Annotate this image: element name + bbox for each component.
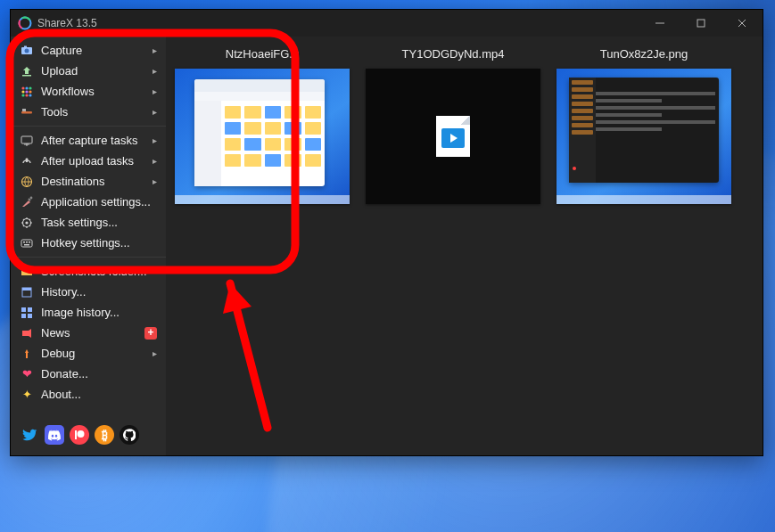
sidebar-item-after-capture[interactable]: After capture tasks ▸ [11,130,166,151]
svg-rect-17 [21,111,32,114]
discord-icon[interactable] [45,425,64,445]
minimize-button[interactable] [639,10,680,37]
donate-icon: ❤ [20,367,34,381]
svg-point-8 [21,86,24,89]
svg-rect-27 [29,241,30,243]
sidebar-item-label: Workflows [41,85,153,98]
app-icon [18,16,32,30]
about-icon: ✦ [20,388,34,402]
sidebar-item-label: History... [41,285,157,299]
image-history-icon [20,306,34,320]
sidebar-item-after-upload[interactable]: After upload tasks ▸ [11,151,166,171]
sidebar-item-destinations[interactable]: Destinations ▸ [11,171,166,192]
sidebar-item-workflows[interactable]: Workflows ▸ [11,81,166,102]
workflows-icon [20,85,34,99]
close-button[interactable] [721,10,763,37]
folder-icon [20,265,34,279]
svg-rect-31 [21,307,26,312]
sidebar-item-news[interactable]: News + [11,323,166,343]
sidebar-item-tools[interactable]: Tools ▸ [11,102,166,122]
chevron-right-icon: ▸ [153,156,157,166]
sidebar-item-hotkey-settings[interactable]: Hotkey settings... [11,233,166,253]
sidebar-item-task-settings[interactable]: Task settings... [11,212,166,233]
social-row: ₿ [11,418,166,452]
thumbnail-image[interactable] [366,69,540,204]
sidebar-item-label: Upload [41,64,153,78]
svg-rect-6 [24,45,27,47]
sidebar-item-about[interactable]: ✦ About... [11,384,166,405]
task-settings-icon [20,216,34,230]
sidebar-item-image-history[interactable]: Image history... [11,302,166,323]
after-upload-icon [20,154,34,168]
svg-rect-30 [22,288,31,291]
sidebar-item-upload[interactable]: Upload ▸ [11,61,166,81]
window-title: ShareX 13.5 [37,17,97,29]
sharex-window: ShareX 13.5 Capture ▸ Upload ▸ Workflows… [10,9,763,456]
sidebar-item-donate[interactable]: ❤ Donate... [11,364,166,384]
history-icon [20,285,34,299]
sidebar-item-label: About... [41,388,157,401]
thumbnail-item[interactable]: TunOx8z2Je.png [557,47,731,204]
camera-icon [20,44,34,58]
sidebar-item-label: Donate... [41,367,157,381]
news-icon [20,326,34,340]
sidebar-item-label: Screenshots folder... [41,265,157,278]
svg-rect-7 [22,75,31,77]
after-capture-icon [20,134,34,148]
chevron-right-icon: ▸ [153,66,157,76]
svg-point-21 [30,196,33,199]
chevron-right-icon: ▸ [153,348,157,358]
thumbnail-title: TY1ODGDyNd.mp4 [366,47,540,63]
chevron-right-icon: ▸ [153,107,157,117]
titlebar[interactable]: ShareX 13.5 [11,10,763,37]
twitter-icon[interactable] [20,425,39,445]
sidebar-item-screenshots-folder[interactable]: Screenshots folder... [11,261,166,282]
svg-point-12 [25,90,28,93]
chevron-right-icon: ▸ [153,86,157,96]
sidebar-item-label: Capture [41,44,153,57]
svg-rect-18 [22,109,26,111]
sidebar-item-label: Destinations [41,175,153,188]
sidebar-item-capture[interactable]: Capture ▸ [11,40,166,61]
thumbnail-image[interactable] [557,69,731,204]
svg-rect-33 [21,314,26,318]
svg-rect-36 [75,430,77,439]
sidebar-item-debug[interactable]: Debug ▸ [11,343,166,364]
thumbnail-image[interactable] [175,69,350,204]
svg-point-11 [21,90,24,93]
svg-rect-24 [21,240,32,247]
svg-point-15 [25,94,28,96]
svg-point-23 [25,221,28,224]
svg-rect-32 [28,307,32,312]
bitcoin-icon[interactable]: ₿ [95,425,114,445]
thumbnail-area: NtzHoaeiFG.g TY1ODGDyNd.mp4 TunOx8z2Je.p… [166,37,763,455]
hotkey-icon [20,236,34,250]
tools-icon [20,105,34,119]
sidebar-item-history[interactable]: History... [11,282,166,302]
patreon-icon[interactable] [70,425,89,445]
svg-rect-34 [28,314,32,318]
svg-point-14 [21,94,24,96]
thumbnail-title: TunOx8z2Je.png [557,47,731,63]
svg-point-13 [29,90,31,93]
maximize-button[interactable] [680,10,721,37]
settings-icon [20,195,34,209]
svg-point-5 [25,48,29,53]
chevron-right-icon: ▸ [153,45,157,55]
debug-icon [20,347,34,361]
svg-point-10 [29,86,31,89]
sidebar-item-app-settings[interactable]: Application settings... [11,192,166,212]
svg-rect-35 [26,353,28,358]
svg-rect-28 [24,244,29,246]
svg-point-37 [78,430,85,438]
svg-rect-19 [21,136,32,143]
chevron-right-icon: ▸ [153,135,157,145]
sidebar-item-label: Debug [41,347,153,360]
thumbnail-item[interactable]: NtzHoaeiFG.g [175,47,350,204]
svg-point-9 [25,86,28,89]
svg-rect-25 [23,241,25,243]
thumbnail-item[interactable]: TY1ODGDyNd.mp4 [366,47,540,204]
sidebar-item-label: After upload tasks [41,154,153,168]
github-icon[interactable] [120,425,139,445]
svg-point-16 [29,94,31,96]
